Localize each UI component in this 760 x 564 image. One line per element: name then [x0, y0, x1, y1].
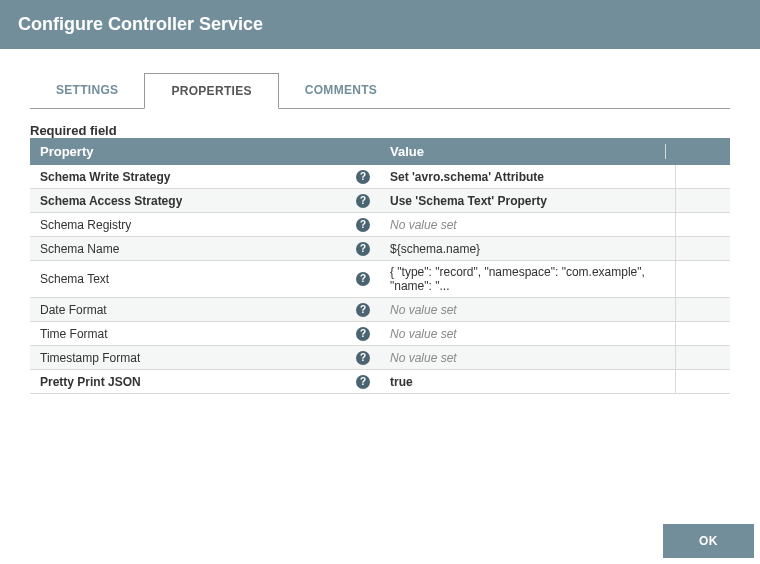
property-table: Schema Write Strategy?Set 'avro.schema' … [30, 165, 730, 394]
tabs: SETTINGS PROPERTIES COMMENTS [30, 73, 730, 109]
header-value: Value [390, 144, 665, 159]
property-value: No value set [390, 218, 457, 232]
property-value-cell[interactable]: Set 'avro.schema' Attribute [380, 165, 675, 188]
property-name: Timestamp Format [40, 351, 140, 365]
tab-comments[interactable]: COMMENTS [279, 73, 403, 108]
tab-properties[interactable]: PROPERTIES [144, 73, 278, 109]
property-value-cell[interactable]: No value set [380, 213, 675, 236]
property-value-cell[interactable]: Use 'Schema Text' Property [380, 189, 675, 212]
property-action-cell [675, 346, 730, 369]
property-row: Time Format?No value set [30, 322, 730, 346]
property-row: Schema Access Strategy?Use 'Schema Text'… [30, 189, 730, 213]
property-row: Timestamp Format?No value set [30, 346, 730, 370]
help-icon[interactable]: ? [356, 375, 370, 389]
help-icon[interactable]: ? [356, 170, 370, 184]
property-name: Schema Text [40, 272, 109, 286]
property-action-cell [675, 237, 730, 260]
property-table-header: Property Value [30, 138, 730, 165]
property-value: No value set [390, 327, 457, 341]
help-icon[interactable]: ? [356, 272, 370, 286]
property-value-cell[interactable]: No value set [380, 322, 675, 345]
property-value-cell[interactable]: ${schema.name} [380, 237, 675, 260]
dialog-title: Configure Controller Service [0, 0, 760, 49]
property-value-cell[interactable]: No value set [380, 298, 675, 321]
property-row: Schema Text?{ "type": "record", "namespa… [30, 261, 730, 298]
property-row: Schema Registry?No value set [30, 213, 730, 237]
property-action-cell [675, 261, 730, 297]
property-action-cell [675, 189, 730, 212]
property-name: Schema Name [40, 242, 119, 256]
help-icon[interactable]: ? [356, 351, 370, 365]
help-icon[interactable]: ? [356, 194, 370, 208]
property-action-cell [675, 298, 730, 321]
property-value: ${schema.name} [390, 242, 480, 256]
property-value: { "type": "record", "namespace": "com.ex… [390, 265, 665, 293]
property-name-cell[interactable]: Schema Registry? [30, 213, 380, 236]
property-action-cell [675, 213, 730, 236]
property-row: Date Format?No value set [30, 298, 730, 322]
property-name-cell[interactable]: Time Format? [30, 322, 380, 345]
property-value-cell[interactable]: { "type": "record", "namespace": "com.ex… [380, 261, 675, 297]
property-action-cell [675, 370, 730, 393]
property-name-cell[interactable]: Schema Text? [30, 261, 380, 297]
property-name: Schema Write Strategy [40, 170, 171, 184]
help-icon[interactable]: ? [356, 327, 370, 341]
property-name: Schema Registry [40, 218, 131, 232]
property-name: Pretty Print JSON [40, 375, 141, 389]
property-name: Schema Access Strategy [40, 194, 182, 208]
property-name-cell[interactable]: Schema Name? [30, 237, 380, 260]
help-icon[interactable]: ? [356, 242, 370, 256]
help-icon[interactable]: ? [356, 303, 370, 317]
property-name-cell[interactable]: Pretty Print JSON? [30, 370, 380, 393]
property-row: Schema Name?${schema.name} [30, 237, 730, 261]
property-value: No value set [390, 303, 457, 317]
property-name: Date Format [40, 303, 107, 317]
property-row: Pretty Print JSON?true [30, 370, 730, 394]
property-value-cell[interactable]: true [380, 370, 675, 393]
property-name: Time Format [40, 327, 108, 341]
property-value: true [390, 375, 413, 389]
property-row: Schema Write Strategy?Set 'avro.schema' … [30, 165, 730, 189]
property-action-cell [675, 165, 730, 188]
property-action-cell [675, 322, 730, 345]
property-value-cell[interactable]: No value set [380, 346, 675, 369]
tab-settings[interactable]: SETTINGS [30, 73, 144, 108]
property-name-cell[interactable]: Timestamp Format? [30, 346, 380, 369]
property-value: No value set [390, 351, 457, 365]
required-field-label: Required field [30, 123, 730, 138]
ok-button[interactable]: OK [663, 524, 754, 558]
help-icon[interactable]: ? [356, 218, 370, 232]
property-name-cell[interactable]: Date Format? [30, 298, 380, 321]
header-property: Property [40, 144, 390, 159]
property-value: Set 'avro.schema' Attribute [390, 170, 544, 184]
property-name-cell[interactable]: Schema Access Strategy? [30, 189, 380, 212]
property-name-cell[interactable]: Schema Write Strategy? [30, 165, 380, 188]
property-value: Use 'Schema Text' Property [390, 194, 547, 208]
